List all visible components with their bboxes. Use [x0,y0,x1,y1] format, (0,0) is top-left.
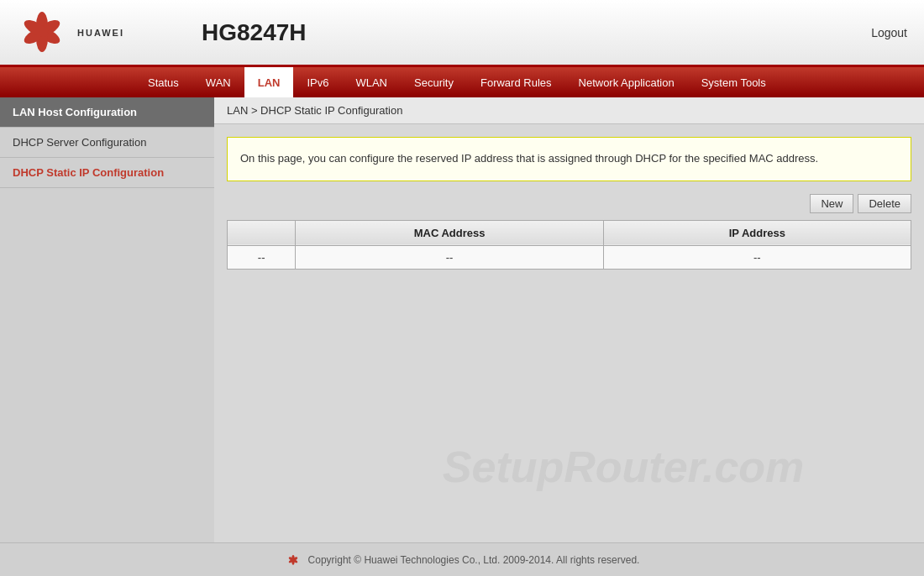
action-bar: New Delete [214,194,924,220]
footer: Copyright © Huawei Technologies Co., Ltd… [0,542,924,576]
table-cell-mac: -- [296,245,603,269]
header: HUAWEI HG8247H Logout [0,0,924,67]
table-header-mac: MAC Address [296,220,603,245]
table-cell-ip: -- [603,245,911,269]
brand-name: HUAWEI [77,28,124,38]
sidebar-item-lan-host[interactable]: LAN Host Configuration [0,97,214,128]
breadcrumb: LAN > DHCP Static IP Configuration [214,97,924,124]
content-area: LAN > DHCP Static IP Configuration On th… [214,97,924,542]
nav-system-tools[interactable]: System Tools [688,67,780,97]
nav-wlan[interactable]: WLAN [342,67,401,97]
logout-button[interactable]: Logout [871,26,907,39]
model-name: HG8247H [151,19,871,46]
nav-network-application[interactable]: Network Application [565,67,688,97]
nav-security[interactable]: Security [401,67,467,97]
footer-text: Copyright © Huawei Technologies Co., Ltd… [308,554,640,566]
nav-forward-rules[interactable]: Forward Rules [467,67,565,97]
navbar: Status WAN LAN IPv6 WLAN Security Forwar… [0,67,924,97]
footer-huawei-icon [285,552,302,568]
nav-ipv6[interactable]: IPv6 [293,67,342,97]
logo-area: HUAWEI [17,9,151,55]
table-cell-checkbox: -- [228,245,296,269]
huawei-logo-icon [17,9,67,55]
main-layout: LAN Host Configuration DHCP Server Confi… [0,97,924,542]
sidebar: LAN Host Configuration DHCP Server Confi… [0,97,214,542]
table-header-ip: IP Address [603,220,911,245]
nav-status[interactable]: Status [134,67,192,97]
new-button[interactable]: New [810,194,853,213]
table-header-checkbox [228,220,296,245]
info-box: On this page, you can configure the rese… [227,137,911,181]
sidebar-item-dhcp-static[interactable]: DHCP Static IP Configuration [0,158,214,188]
delete-button[interactable]: Delete [858,194,911,213]
nav-lan[interactable]: LAN [244,67,294,97]
table-row: -- -- -- [228,245,911,269]
sidebar-item-dhcp-server[interactable]: DHCP Server Configuration [0,128,214,158]
nav-wan[interactable]: WAN [192,67,244,97]
data-table: MAC Address IP Address -- -- -- [227,220,911,270]
watermark: SetupRouter.com [443,442,805,492]
